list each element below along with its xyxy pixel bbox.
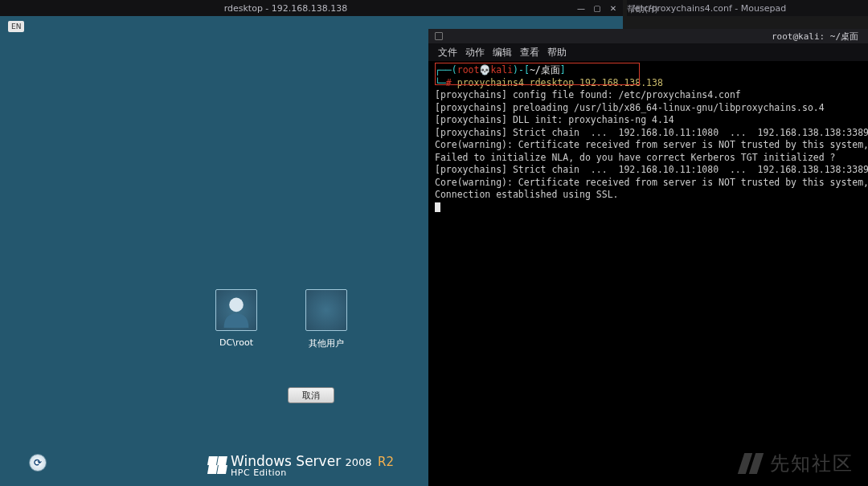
cursor-icon <box>435 202 440 212</box>
menu-help[interactable]: 帮助 <box>547 46 567 59</box>
menu-action[interactable]: 动作 <box>465 46 485 59</box>
close-icon[interactable]: ✕ <box>608 3 618 13</box>
terminal-tab-icon <box>435 32 443 40</box>
maximize-icon[interactable]: ▢ <box>592 3 602 13</box>
windows-logo-icon <box>208 456 226 474</box>
windows-brand: Windows Server 2008 R2 HPC Edition <box>208 455 394 478</box>
mousepad-help-menu[interactable]: 帮助(H) <box>627 3 658 15</box>
menu-edit[interactable]: 编辑 <box>493 46 512 59</box>
login-tiles: DC\root 其他用户 <box>215 289 347 349</box>
user-tile-label: 其他用户 <box>309 337 344 349</box>
rdesktop-title-text: rdesktop - 192.168.138.138 <box>0 3 571 14</box>
watermark: 先知社区 <box>741 451 854 476</box>
terminal-output[interactable]: ┌──(root💀kali)-[~/桌面] └─# proxychains4 r… <box>428 61 868 217</box>
ease-of-access-button[interactable]: ⟳ <box>29 454 47 472</box>
cancel-button[interactable]: 取消 <box>288 387 334 403</box>
menu-file[interactable]: 文件 <box>438 46 457 59</box>
terminal-window: root@kali: ~/桌面 文件 动作 编辑 查看 帮助 ┌──(root💀… <box>428 29 868 486</box>
terminal-title-text: root@kali: ~/桌面 <box>443 31 868 43</box>
watermark-logo-icon <box>741 453 762 474</box>
empty-avatar-box <box>305 289 347 331</box>
user-tile-root[interactable]: DC\root <box>215 289 257 349</box>
minimize-icon[interactable]: — <box>576 3 586 13</box>
user-tile-label: DC\root <box>219 337 253 348</box>
terminal-menubar: 文件 动作 编辑 查看 帮助 <box>428 43 868 61</box>
svg-point-0 <box>229 298 244 312</box>
avatar-box <box>215 289 257 331</box>
user-tile-other[interactable]: 其他用户 <box>305 289 347 349</box>
ease-icon: ⟳ <box>34 457 42 468</box>
user-icon <box>219 292 254 328</box>
rdesktop-titlebar[interactable]: rdesktop - 192.168.138.138 — ▢ ✕ <box>0 0 623 16</box>
language-indicator[interactable]: EN <box>8 21 24 32</box>
mousepad-titlebar: /etc/proxychains4.conf - Mousepad <box>627 0 868 16</box>
terminal-titlebar[interactable]: root@kali: ~/桌面 <box>428 29 868 43</box>
menu-view[interactable]: 查看 <box>520 46 539 59</box>
